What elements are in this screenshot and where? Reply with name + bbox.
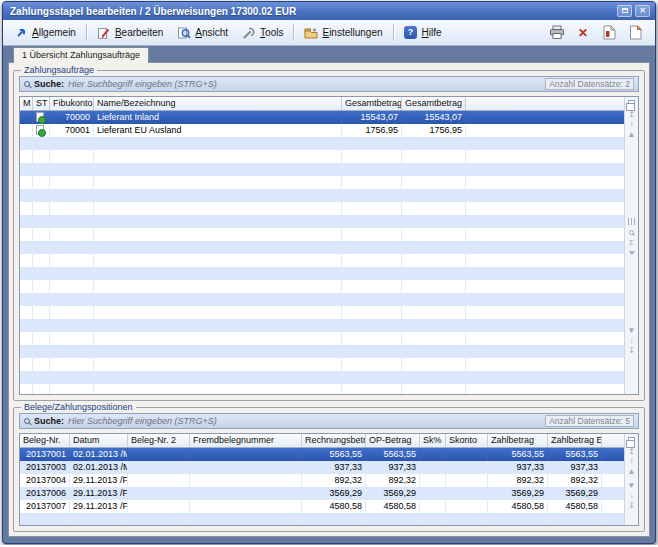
table-cell-filler xyxy=(466,137,624,150)
table-row[interactable]: 2013700729.11.2013 /Fr4580,584580,584580… xyxy=(20,500,624,513)
new-page-button[interactable] xyxy=(627,25,643,40)
orders-search-bar[interactable]: Suche: Hier Suchbegriff eingeben (STRG+S… xyxy=(19,76,639,92)
nav-first-icon[interactable]: ↥ xyxy=(628,110,635,120)
menu-bearbeiten[interactable]: Bearbeiten xyxy=(90,23,170,43)
table-cell: 20137003 xyxy=(20,461,70,474)
close-button[interactable]: ✕ xyxy=(635,5,650,17)
table-cell-filler xyxy=(466,176,624,189)
column-header[interactable]: Fibukonto xyxy=(50,97,94,110)
column-header[interactable]: Sk% xyxy=(420,434,446,447)
table-cell xyxy=(446,448,488,461)
table-row[interactable]: 70001Lieferant EU Ausland1756,951756,95 xyxy=(20,124,624,137)
table-row[interactable]: 2013700429.11.2013 /Fr892,32892,32892,32… xyxy=(20,474,624,487)
column-header[interactable]: Skonto xyxy=(446,434,488,447)
table-row-empty xyxy=(20,332,624,345)
print-button[interactable] xyxy=(549,25,565,40)
table-row-empty xyxy=(20,228,624,241)
column-header[interactable]: Fremdbelegnummer xyxy=(190,434,302,447)
table-cell xyxy=(446,487,488,500)
table-cell xyxy=(33,293,50,306)
table-cell: Lieferant EU Ausland xyxy=(94,124,342,137)
menu-hilfe[interactable]: ? Hilfe xyxy=(397,23,449,43)
table-cell xyxy=(50,163,94,176)
table-cell xyxy=(342,267,402,280)
column-header[interactable]: Datum xyxy=(70,434,128,447)
column-header[interactable]: Rechnungsbetrag xyxy=(302,434,366,447)
table-row[interactable]: 70000Lieferant Inland15543,0715543,07 xyxy=(20,111,624,124)
nav-prev-icon[interactable]: ↑ xyxy=(630,457,634,467)
nav-pagedown-icon[interactable]: ▼ xyxy=(628,481,636,491)
table-cell xyxy=(33,163,50,176)
column-header[interactable]: Zahlbetrag Euro xyxy=(548,434,602,447)
nav-pageup-icon[interactable]: ▲ xyxy=(628,130,636,140)
table-cell xyxy=(342,150,402,163)
table-cell xyxy=(70,513,128,525)
column-header[interactable]: OP-Betrag xyxy=(366,434,420,447)
nav-last-icon[interactable]: ↧ xyxy=(628,346,635,356)
table-row[interactable]: 2013700102.01.2013 /Mi5563,555563,555563… xyxy=(20,448,624,461)
menu-label: Allgemein xyxy=(32,27,76,38)
table-cell xyxy=(402,254,466,267)
column-header[interactable]: Gesamtbetrag Euro xyxy=(402,97,466,110)
menu-separator xyxy=(293,24,294,41)
sum-icon[interactable]: Σ xyxy=(629,238,634,248)
menu-label: Tools xyxy=(260,27,283,38)
nav-pageup-icon[interactable]: ▲ xyxy=(628,467,636,477)
view-magnifier-icon xyxy=(177,26,191,40)
titlebar[interactable]: Zahlungsstapel bearbeiten / 2 Überweisun… xyxy=(3,2,655,20)
positions-search-bar[interactable]: Suche: Hier Suchbegriff eingeben (STRG+S… xyxy=(19,413,639,429)
table-cell xyxy=(33,358,50,371)
filter-icon[interactable] xyxy=(629,251,635,255)
nav-last-icon[interactable]: ↧ xyxy=(628,501,635,511)
search-icon xyxy=(24,418,30,424)
table-cell xyxy=(402,267,466,280)
table-cell: 20137004 xyxy=(20,474,70,487)
orders-search-input[interactable]: Hier Suchbegriff eingeben (STRG+S) xyxy=(68,79,217,89)
nav-next-icon[interactable]: ↓ xyxy=(630,491,634,501)
table-cell xyxy=(50,358,94,371)
menu-allgemein[interactable]: Allgemein xyxy=(7,23,83,43)
nav-first-icon[interactable]: ↥ xyxy=(628,447,635,457)
delete-button[interactable]: ✕ xyxy=(575,25,591,40)
delete-icon: ✕ xyxy=(578,27,588,39)
maximize-button[interactable] xyxy=(617,5,632,17)
table-cell xyxy=(50,189,94,202)
menu-ansicht[interactable]: Ansicht xyxy=(170,23,235,43)
zoom-icon[interactable] xyxy=(629,230,634,235)
main-panel: Zahlungsaufträge Suche: Hier Suchbegriff… xyxy=(8,62,650,537)
report-page-button[interactable] xyxy=(601,25,617,40)
nav-pagedown-icon[interactable]: ▼ xyxy=(628,326,636,336)
table-row-empty xyxy=(20,371,624,384)
table-row[interactable]: 2013700629.11.2013 /Fr3569,293569,293569… xyxy=(20,487,624,500)
table-cell: 70000 xyxy=(50,111,94,124)
positions-search-input[interactable]: Hier Suchbegriff eingeben (STRG+S) xyxy=(68,416,217,426)
table-cell xyxy=(94,254,342,267)
menu-einstellungen[interactable]: Einstellungen xyxy=(297,23,389,43)
copy-grid-icon[interactable] xyxy=(628,100,635,106)
nav-prev-icon[interactable]: ↑ xyxy=(630,120,634,130)
table-cell xyxy=(33,345,50,358)
table-cell-filler xyxy=(602,487,624,500)
column-header[interactable]: Name/Bezeichnung xyxy=(94,97,342,110)
columns-icon[interactable] xyxy=(628,218,635,225)
table-cell: 02.01.2013 /Mi xyxy=(70,461,128,474)
tab-uebersicht-zahlungsauftraege[interactable]: 1 Übersicht Zahlungsaufträge xyxy=(13,47,149,63)
table-row-empty xyxy=(20,306,624,319)
column-header[interactable]: Beleg-Nr. xyxy=(20,434,70,447)
table-cell: 20137007 xyxy=(20,500,70,513)
column-header[interactable]: Gesamtbetrag xyxy=(342,97,402,110)
column-header[interactable]: ST xyxy=(33,97,50,110)
nav-next-icon[interactable]: ↓ xyxy=(630,336,634,346)
column-header[interactable]: Zahlbetrag xyxy=(488,434,548,447)
table-cell xyxy=(20,228,33,241)
window-controls: ✕ xyxy=(617,5,650,17)
table-cell xyxy=(20,111,33,124)
menu-tools[interactable]: Tools xyxy=(235,23,290,43)
table-row-empty xyxy=(20,163,624,176)
table-cell xyxy=(402,241,466,254)
copy-grid-icon[interactable] xyxy=(628,437,635,443)
table-row[interactable]: 2013700302.01.2013 /Mi937,33937,33937,33… xyxy=(20,461,624,474)
column-header[interactable]: Beleg-Nr. 2 xyxy=(128,434,190,447)
belege-zahlungspositionen-group: Belege/Zahlungspositionen Suche: Hier Su… xyxy=(13,407,645,532)
column-header[interactable]: M xyxy=(20,97,33,110)
